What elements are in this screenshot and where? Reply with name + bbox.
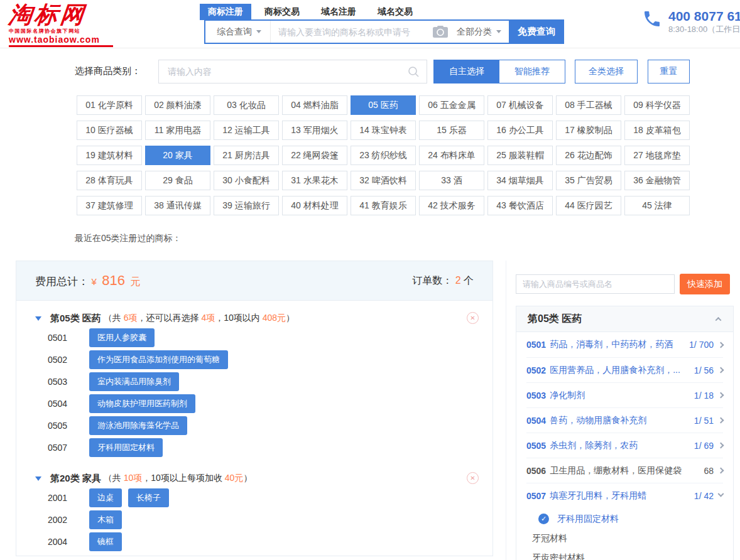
search-icon[interactable] xyxy=(408,66,419,77)
goods-search-input[interactable] xyxy=(516,274,675,294)
category-17[interactable]: 17 橡胶制品 xyxy=(556,121,621,140)
category-27[interactable]: 27 地毯席垫 xyxy=(624,146,690,165)
order-count: 订单数： 2 个 xyxy=(412,274,474,288)
category-12[interactable]: 12 运输工具 xyxy=(214,121,279,140)
category-09[interactable]: 09 科学仪器 xyxy=(624,95,690,115)
category-32[interactable]: 32 啤酒饮料 xyxy=(351,171,416,190)
category-15[interactable]: 15 乐器 xyxy=(419,121,484,140)
good-item-checked[interactable]: 牙科用固定材料 xyxy=(526,509,723,529)
category-05[interactable]: 05 医药 xyxy=(351,95,416,115)
category-35[interactable]: 35 广告贸易 xyxy=(556,171,621,190)
subclass-row-0506[interactable]: 0506 卫生用品，绷敷材料，医用保健袋 68 xyxy=(526,458,723,483)
category-02[interactable]: 02 颜料油漆 xyxy=(145,95,210,115)
search-type-select[interactable]: 综合查询 xyxy=(205,21,271,43)
tab-trademark-trade[interactable]: 商标交易 xyxy=(256,4,308,20)
category-11[interactable]: 11 家用电器 xyxy=(145,121,210,140)
class-05-box-header[interactable]: 第05类 医药 xyxy=(516,306,733,332)
category-18[interactable]: 18 皮革箱包 xyxy=(624,121,690,140)
subclass-row-0502[interactable]: 0502 医用营养品，人用膳食补充剂，... 1/ 56 xyxy=(526,357,723,382)
category-04[interactable]: 04 燃料油脂 xyxy=(282,95,347,115)
selected-good-tag[interactable]: 牙科用固定材料 xyxy=(89,438,163,457)
subclass-row-0503[interactable]: 0503 净化制剂 1/ 18 xyxy=(526,382,723,407)
trademark-search-input[interactable] xyxy=(271,21,428,43)
smart-recommend-button[interactable]: 智能推荐 xyxy=(499,60,565,83)
remove-group-icon[interactable] xyxy=(467,472,479,484)
selected-good-tag[interactable]: 医用人参胶囊 xyxy=(89,328,155,347)
category-06[interactable]: 06 五金金属 xyxy=(419,95,484,115)
category-29[interactable]: 29 食品 xyxy=(145,171,210,190)
category-41[interactable]: 41 教育娱乐 xyxy=(351,196,416,215)
collapse-triangle-icon[interactable] xyxy=(35,477,41,481)
selected-good-tag[interactable]: 室内装满品用除臭剂 xyxy=(89,372,179,391)
tab-domain-trade[interactable]: 域名交易 xyxy=(369,4,421,20)
category-07[interactable]: 07 机械设备 xyxy=(487,95,553,115)
subclass-row-0507[interactable]: 0507 填塞牙孔用料，牙科用蜡 1/ 42 xyxy=(526,483,723,508)
category-10[interactable]: 10 医疗器械 xyxy=(77,121,142,140)
item-code: 0505 xyxy=(48,421,75,431)
category-03[interactable]: 03 化妆品 xyxy=(214,95,279,115)
site-logo[interactable]: 淘标网 中国国际名牌协会旗下网站 www.taobiaow.com xyxy=(9,3,113,47)
subclass-count: 1/ 42 xyxy=(694,491,714,501)
order-item-row: 2002 木箱 xyxy=(16,509,492,530)
subclass-desc: 填塞牙孔用料，牙科用蜡 xyxy=(550,490,694,502)
category-01[interactable]: 01 化学原料 xyxy=(77,95,142,115)
category-39[interactable]: 39 运输旅行 xyxy=(214,196,279,215)
category-36[interactable]: 36 金融物管 xyxy=(624,171,690,190)
free-search-button[interactable]: 免费查询 xyxy=(509,19,564,44)
selected-good-tag[interactable]: 动物皮肤护理用医药制剂 xyxy=(89,394,195,413)
category-31[interactable]: 31 水果花木 xyxy=(282,171,347,190)
reset-button[interactable]: 重置 xyxy=(648,60,690,83)
good-item[interactable]: 牙冠材料 xyxy=(526,529,723,548)
remove-group-icon[interactable] xyxy=(467,312,479,324)
all-class-button[interactable]: 全类选择 xyxy=(575,60,638,83)
category-13[interactable]: 13 军用烟火 xyxy=(282,121,347,140)
selected-good-tag[interactable]: 游泳池用除海藻化学品 xyxy=(89,416,187,435)
category-44[interactable]: 44 医疗园艺 xyxy=(556,196,621,215)
subclass-row-0501[interactable]: 0501 药品，消毒剂，中药药材，药酒 1/ 700 xyxy=(526,332,723,357)
selected-good-tag[interactable]: 镜框 xyxy=(89,532,122,551)
category-25[interactable]: 25 服装鞋帽 xyxy=(487,146,553,165)
category-21[interactable]: 21 厨房洁具 xyxy=(214,146,279,165)
tab-domain-register[interactable]: 域名注册 xyxy=(313,4,364,20)
collapse-triangle-icon[interactable] xyxy=(35,316,41,321)
category-42[interactable]: 42 技术服务 xyxy=(419,196,484,215)
category-34[interactable]: 34 烟草烟具 xyxy=(487,171,553,190)
category-14[interactable]: 14 珠宝钟表 xyxy=(351,121,416,140)
subclass-desc: 卫生用品，绷敷材料，医用保健袋 xyxy=(550,465,704,477)
category-19[interactable]: 19 建筑材料 xyxy=(77,146,142,165)
category-08[interactable]: 08 手工器械 xyxy=(556,95,621,115)
desc-number: 40元 xyxy=(225,473,244,483)
category-24[interactable]: 24 布料床单 xyxy=(419,146,484,165)
selected-good-tag[interactable]: 边桌 xyxy=(89,488,122,507)
tab-trademark-register[interactable]: 商标注册 xyxy=(200,4,251,20)
caret-down-icon xyxy=(256,30,261,33)
category-search-input[interactable] xyxy=(159,67,408,77)
category-22[interactable]: 22 绳网袋篷 xyxy=(282,146,347,165)
category-30[interactable]: 30 小食配料 xyxy=(214,171,279,190)
category-16[interactable]: 16 办公工具 xyxy=(487,121,553,140)
chevron-up-icon xyxy=(716,316,722,323)
good-item[interactable]: 牙齿密封材料 xyxy=(526,548,723,560)
category-45[interactable]: 45 法律 xyxy=(624,196,690,215)
camera-search-button[interactable] xyxy=(428,21,453,43)
category-37[interactable]: 37 建筑修理 xyxy=(77,196,142,215)
subclass-row-0504[interactable]: 0504 兽药，动物用膳食补充剂 1/ 51 xyxy=(526,407,723,433)
fee-total-label: 费用总计： xyxy=(35,276,89,288)
self-select-button[interactable]: 自主选择 xyxy=(434,60,499,83)
category-43[interactable]: 43 餐饮酒店 xyxy=(487,196,553,215)
category-23[interactable]: 23 纺织纱线 xyxy=(351,146,416,165)
category-40[interactable]: 40 材料处理 xyxy=(282,196,347,215)
category-33[interactable]: 33 酒 xyxy=(419,171,484,190)
category-38[interactable]: 38 通讯传媒 xyxy=(145,196,210,215)
camera-icon xyxy=(433,26,448,38)
selected-good-tag[interactable]: 木箱 xyxy=(89,510,122,529)
subclass-row-0505[interactable]: 0505 杀虫剂，除莠剂，农药 1/ 69 xyxy=(526,433,723,458)
category-28[interactable]: 28 体育玩具 xyxy=(77,171,142,190)
quick-add-button[interactable]: 快速添加 xyxy=(680,274,730,294)
search-class-select[interactable]: 全部分类 xyxy=(453,21,510,43)
category-20[interactable]: 20 家具 xyxy=(145,146,210,165)
category-26[interactable]: 26 花边配饰 xyxy=(556,146,621,165)
selected-good-tag[interactable]: 长椅子 xyxy=(128,488,169,507)
selected-good-tag[interactable]: 作为医用食品添加剂使用的葡萄糖 xyxy=(89,350,228,369)
subclass-desc: 兽药，动物用膳食补充剂 xyxy=(550,415,694,426)
